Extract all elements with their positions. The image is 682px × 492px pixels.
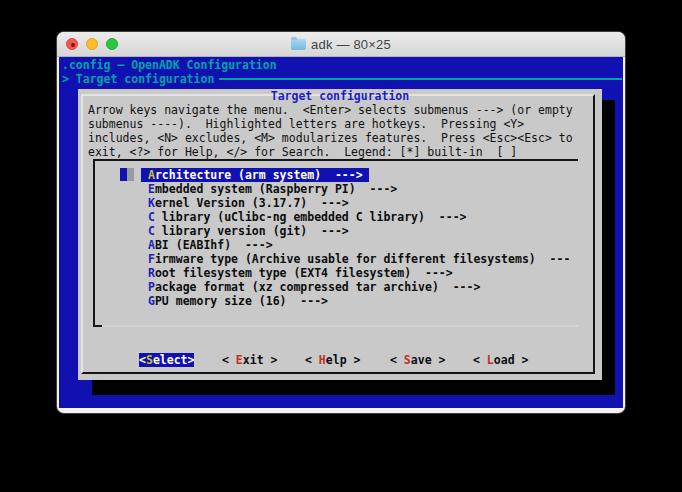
cursor-block-blue xyxy=(120,168,127,181)
hotkey-letter: K xyxy=(148,196,155,210)
menu-item-label: oot filesystem type (EXT4 filesystem) --… xyxy=(155,266,453,280)
button-text: elp > xyxy=(326,353,361,367)
menu-item-label: ackage format (xz compressed tar archive… xyxy=(155,280,480,294)
hotkey-letter: L xyxy=(487,353,494,367)
button-text: oad > xyxy=(494,353,529,367)
breadcrumb-row: > Target configuration xyxy=(62,72,622,86)
hotkey-letter: E xyxy=(148,182,155,196)
menu-item-package-format[interactable]: Package format (xz compressed tar archiv… xyxy=(148,280,480,294)
button-text: < xyxy=(305,353,319,367)
menu-item-embedded-system[interactable]: Embedded system (Raspberry PI) ---> xyxy=(148,182,397,196)
target-configuration-dialog: Target configuration Arrow keys navigate… xyxy=(78,89,602,380)
hotkey-letter: H xyxy=(319,353,326,367)
hotkey-letter: R xyxy=(148,266,155,280)
unsaved-dot-icon xyxy=(71,43,75,47)
config-status-line: .config — OpenADK Configuration xyxy=(62,58,277,72)
breadcrumb: > Target configuration xyxy=(62,72,214,86)
hotkey-letter: C xyxy=(148,210,155,224)
folder-icon xyxy=(291,39,306,50)
hotkey-letter: E xyxy=(236,353,243,367)
instructions-line: exit, <?> for Help, </> for Search. Lege… xyxy=(88,145,517,159)
menu-item-label: mbedded system (Raspberry PI) ---> xyxy=(155,182,397,196)
hotkey-letter: S xyxy=(404,353,411,367)
window-title: adk — 80×25 xyxy=(311,37,391,52)
dialog-shadow-right xyxy=(602,100,615,394)
dialog-shadow-bottom xyxy=(92,380,615,395)
menu-item-kernel-version[interactable]: Kernel Version (3.17.7) ---> xyxy=(148,196,349,210)
menu-item-c-library[interactable]: C library (uClibc-ng embedded C library)… xyxy=(148,210,467,224)
button-text: xit > xyxy=(243,353,278,367)
button-text: ave > xyxy=(411,353,446,367)
dialog-title: Target configuration xyxy=(78,89,602,103)
exit-button[interactable]: < Exit > xyxy=(222,353,277,367)
hotkey-letter: G xyxy=(148,294,155,308)
menu-item-abi[interactable]: ABI (EABIhf) ---> xyxy=(148,238,273,252)
window-title-group: adk — 80×25 xyxy=(291,37,391,52)
zoom-button[interactable] xyxy=(106,38,118,50)
terminal-window: adk — 80×25 .config — OpenADK Configurat… xyxy=(57,32,625,413)
hotkey-letter: F xyxy=(148,252,155,266)
button-text: < xyxy=(473,353,487,367)
close-button[interactable] xyxy=(66,38,78,50)
instructions-line: includes, <N> excludes, <M> modularizes … xyxy=(88,131,573,145)
hotkey-letter: A xyxy=(148,168,155,182)
hotkey-letter: S xyxy=(146,353,153,367)
menu-item-label: library (uClibc-ng embedded C library) -… xyxy=(155,210,467,224)
title-bar[interactable]: adk — 80×25 xyxy=(57,32,625,57)
hotkey-letter: P xyxy=(148,280,155,294)
menu-item-c-library-version[interactable]: C library version (git) ---> xyxy=(148,224,349,238)
hotkey-letter: C xyxy=(148,224,155,238)
terminal-content[interactable]: .config — OpenADK Configuration > Target… xyxy=(59,57,623,408)
traffic-lights xyxy=(66,38,118,50)
minimize-button[interactable] xyxy=(86,38,98,50)
menu-item-label: irmware type (Archive usable for differe… xyxy=(155,252,570,266)
desktop: { "window": { "title": "adk — 80×25" }, … xyxy=(0,0,682,492)
instructions-line: submenus ----). Highlighted letters are … xyxy=(88,117,524,131)
menu-item-label: library version (git) ---> xyxy=(155,224,349,238)
cursor-block-gray xyxy=(127,168,134,181)
menu-item-label: PU memory size (16) ---> xyxy=(155,294,328,308)
menu-item-label: BI (EABIhf) ---> xyxy=(155,238,273,252)
button-text: < xyxy=(390,353,404,367)
button-text: < xyxy=(139,353,146,367)
save-button[interactable]: < Save > xyxy=(390,353,445,367)
menu-item-root-filesystem[interactable]: Root filesystem type (EXT4 filesystem) -… xyxy=(148,266,453,280)
help-button[interactable]: < Help > xyxy=(305,353,360,367)
menu-item-label: ernel Version (3.17.7) ---> xyxy=(155,196,349,210)
button-text: elect> xyxy=(153,353,195,367)
hotkey-letter: A xyxy=(148,238,155,252)
instructions-line: Arrow keys navigate the menu. <Enter> se… xyxy=(88,103,573,117)
select-button[interactable]: <Select> xyxy=(139,353,194,367)
menu-item-architecture[interactable]: Architecture (arm system) ---> xyxy=(141,168,369,182)
load-button[interactable]: < Load > xyxy=(473,353,528,367)
menu-item-firmware-type[interactable]: Firmware type (Archive usable for differ… xyxy=(148,252,570,266)
menu-box-corner xyxy=(93,325,102,327)
menu-item-label: rchitecture (arm system) ---> xyxy=(155,168,363,182)
button-text: < xyxy=(222,353,236,367)
menu-item-gpu-memory[interactable]: GPU memory size (16) ---> xyxy=(148,294,328,308)
breadcrumb-rule xyxy=(219,78,622,80)
